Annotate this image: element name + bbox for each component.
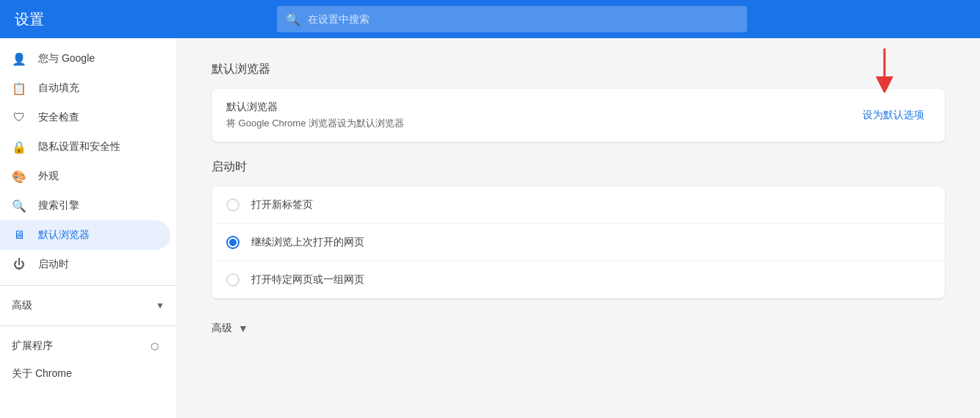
startup-label-continue: 继续浏览上次打开的网页	[251, 236, 364, 249]
sidebar-extensions[interactable]: 扩展程序 ⬡	[0, 332, 170, 360]
sidebar-label-advanced: 高级	[12, 299, 32, 312]
sidebar-item-appearance[interactable]: 🎨 外观	[0, 162, 170, 191]
palette-icon: 🎨	[12, 169, 26, 184]
radio-specific[interactable]	[226, 273, 239, 287]
person-icon: 👤	[12, 51, 26, 66]
default-browser-section: 默认浏览器 默认浏览器 将 Google Chrome 浏览器设为默认浏览器	[212, 62, 945, 142]
content-area: 默认浏览器 默认浏览器 将 Google Chrome 浏览器设为默认浏览器	[176, 38, 980, 418]
sidebar-item-default-browser[interactable]: 🖥 默认浏览器	[0, 220, 170, 250]
sidebar-item-privacy[interactable]: 🔒 隐私设置和安全性	[0, 132, 170, 162]
search-input[interactable]	[308, 13, 738, 25]
advanced-section[interactable]: 高级 ▼	[212, 322, 945, 335]
sidebar-divider-2	[0, 325, 176, 326]
search-icon: 🔍	[286, 12, 300, 26]
sidebar-item-startup[interactable]: ⏻ 启动时	[0, 250, 170, 279]
sidebar-label-autofill: 自动填充	[38, 82, 79, 95]
search-bar[interactable]: 🔍	[277, 6, 747, 32]
sidebar-item-search[interactable]: 🔍 搜索引擎	[0, 191, 170, 220]
startup-label-specific: 打开特定网页或一组网页	[251, 273, 364, 287]
page-title: 设置	[15, 10, 44, 29]
sidebar-label-privacy: 隐私设置和安全性	[38, 140, 120, 154]
radio-new-tab[interactable]	[226, 198, 239, 212]
sidebar-label-startup: 启动时	[38, 258, 69, 271]
search-icon-sidebar: 🔍	[12, 198, 26, 213]
default-browser-info: 默认浏览器 将 Google Chrome 浏览器设为默认浏览器	[226, 101, 404, 130]
startup-option-continue[interactable]: 继续浏览上次打开的网页	[212, 224, 945, 262]
default-browser-title: 默认浏览器	[212, 62, 945, 77]
lock-icon: 🔒	[12, 140, 26, 154]
sidebar-label-safety: 安全检查	[38, 111, 79, 124]
red-arrow-annotation	[870, 48, 899, 93]
startup-option-new-tab[interactable]: 打开新标签页	[212, 187, 945, 224]
external-link-icon: ⬡	[151, 341, 159, 352]
startup-option-specific[interactable]: 打开特定网页或一组网页	[212, 262, 945, 298]
power-icon: ⏻	[12, 257, 26, 272]
default-browser-row: 默认浏览器 将 Google Chrome 浏览器设为默认浏览器 设为默认选项	[212, 89, 945, 142]
sidebar-item-safety[interactable]: 🛡 安全检查	[0, 103, 170, 132]
autofill-icon: 📋	[12, 81, 26, 96]
browser-icon: 🖥	[12, 228, 26, 242]
sidebar-item-google[interactable]: 👤 您与 Google	[0, 44, 170, 73]
startup-section: 启动时 打开新标签页 继续浏览上次打开的网页 打开特定网页或一组网页	[212, 159, 945, 298]
shield-icon: 🛡	[12, 110, 26, 125]
chevron-down-icon: ▼	[156, 300, 165, 311]
sidebar-label-appearance: 外观	[38, 170, 59, 183]
sidebar-advanced[interactable]: 高级 ▼	[0, 292, 176, 320]
default-browser-card: 默认浏览器 将 Google Chrome 浏览器设为默认浏览器 设为默认选项	[212, 89, 945, 142]
sidebar: 👤 您与 Google 📋 自动填充 🛡 安全检查 🔒 隐私设置和安全性 🎨 外…	[0, 38, 176, 418]
radio-continue[interactable]	[226, 236, 239, 249]
sidebar-label-default: 默认浏览器	[38, 228, 90, 242]
startup-options-card: 打开新标签页 继续浏览上次打开的网页 打开特定网页或一组网页	[212, 187, 945, 298]
sidebar-item-autofill[interactable]: 📋 自动填充	[0, 73, 170, 103]
header: 设置 🔍	[0, 0, 980, 38]
advanced-label: 高级	[212, 322, 232, 335]
default-browser-card-desc: 将 Google Chrome 浏览器设为默认浏览器	[226, 117, 404, 130]
startup-section-title: 启动时	[212, 159, 945, 175]
sidebar-label-extensions: 扩展程序	[12, 339, 53, 353]
set-default-button[interactable]: 设为默认选项	[857, 106, 930, 125]
sidebar-label-about: 关于 Chrome	[12, 367, 72, 381]
sidebar-about[interactable]: 关于 Chrome	[0, 360, 170, 388]
sidebar-label-google: 您与 Google	[38, 52, 95, 65]
startup-label-new-tab: 打开新标签页	[251, 198, 313, 212]
default-browser-card-title: 默认浏览器	[226, 101, 404, 114]
main-layout: 👤 您与 Google 📋 自动填充 🛡 安全检查 🔒 隐私设置和安全性 🎨 外…	[0, 38, 980, 418]
sidebar-divider	[0, 285, 176, 286]
chevron-down-icon-main: ▼	[238, 322, 248, 334]
sidebar-label-search: 搜索引擎	[38, 199, 79, 212]
